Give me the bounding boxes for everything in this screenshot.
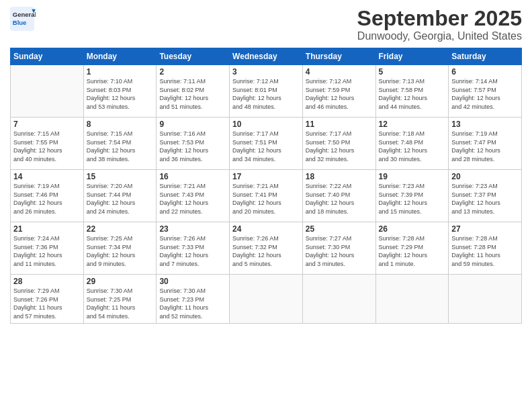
day-info: Sunrise: 7:22 AMSunset: 7:40 PMDaylight:…	[306, 183, 355, 215]
day-number: 18	[306, 172, 373, 181]
calendar-cell: 30Sunrise: 7:30 AMSunset: 7:23 PMDayligh…	[157, 275, 230, 323]
day-info: Sunrise: 7:17 AMSunset: 7:51 PMDaylight:…	[232, 130, 281, 163]
calendar-cell: 14Sunrise: 7:19 AMSunset: 7:46 PMDayligh…	[11, 170, 84, 222]
day-info: Sunrise: 7:23 AMSunset: 7:39 PMDaylight:…	[379, 183, 428, 215]
calendar-cell	[230, 275, 303, 323]
day-info: Sunrise: 7:11 AMSunset: 8:02 PMDaylight:…	[159, 78, 208, 110]
day-info: Sunrise: 7:15 AMSunset: 7:54 PMDaylight:…	[87, 130, 136, 163]
day-number: 16	[159, 172, 226, 181]
day-number: 17	[232, 172, 300, 181]
day-number: 8	[87, 120, 154, 129]
day-number: 5	[379, 67, 446, 77]
header-sunday: Sunday	[11, 48, 84, 65]
day-number: 15	[87, 172, 154, 181]
day-info: Sunrise: 7:19 AMSunset: 7:46 PMDaylight:…	[13, 183, 62, 215]
day-info: Sunrise: 7:21 AMSunset: 7:43 PMDaylight:…	[159, 183, 208, 215]
day-info: Sunrise: 7:21 AMSunset: 7:41 PMDaylight:…	[232, 183, 281, 215]
day-info: Sunrise: 7:25 AMSunset: 7:34 PMDaylight:…	[87, 235, 136, 267]
day-number: 6	[451, 67, 519, 77]
header-thursday: Thursday	[302, 48, 375, 65]
calendar-cell: 29Sunrise: 7:30 AMSunset: 7:25 PMDayligh…	[83, 275, 157, 323]
day-number: 30	[159, 277, 226, 286]
weekday-header-row: Sunday Monday Tuesday Wednesday Thursday…	[11, 48, 522, 65]
calendar-cell: 13Sunrise: 7:19 AMSunset: 7:47 PMDayligh…	[449, 118, 522, 170]
day-info: Sunrise: 7:19 AMSunset: 7:47 PMDaylight:…	[451, 130, 500, 163]
header: General Blue September 2025 Dunwoody, Ge…	[10, 7, 522, 42]
calendar-cell: 4Sunrise: 7:12 AMSunset: 7:59 PMDaylight…	[302, 65, 375, 118]
day-info: Sunrise: 7:24 AMSunset: 7:36 PMDaylight:…	[13, 235, 62, 267]
calendar-cell: 7Sunrise: 7:15 AMSunset: 7:55 PMDaylight…	[11, 118, 84, 170]
day-info: Sunrise: 7:28 AMSunset: 7:29 PMDaylight:…	[379, 235, 428, 267]
calendar-cell: 22Sunrise: 7:25 AMSunset: 7:34 PMDayligh…	[83, 222, 157, 275]
calendar-cell: 3Sunrise: 7:12 AMSunset: 8:01 PMDaylight…	[230, 65, 303, 118]
header-wednesday: Wednesday	[230, 48, 303, 65]
calendar-cell: 25Sunrise: 7:27 AMSunset: 7:30 PMDayligh…	[302, 222, 375, 275]
header-monday: Monday	[83, 48, 157, 65]
calendar-cell: 15Sunrise: 7:20 AMSunset: 7:44 PMDayligh…	[83, 170, 157, 222]
day-number: 21	[13, 224, 81, 234]
svg-text:General: General	[13, 11, 36, 18]
day-number: 25	[306, 224, 373, 234]
day-info: Sunrise: 7:15 AMSunset: 7:55 PMDaylight:…	[13, 130, 62, 163]
day-number: 11	[306, 120, 373, 129]
day-number: 9	[159, 120, 226, 129]
day-info: Sunrise: 7:20 AMSunset: 7:44 PMDaylight:…	[87, 183, 136, 215]
calendar-cell	[449, 275, 522, 323]
day-number: 29	[87, 277, 154, 286]
day-number: 10	[232, 120, 300, 129]
day-info: Sunrise: 7:29 AMSunset: 7:26 PMDaylight:…	[13, 287, 62, 320]
calendar-cell: 2Sunrise: 7:11 AMSunset: 8:02 PMDaylight…	[157, 65, 230, 118]
svg-text:Blue: Blue	[13, 19, 27, 26]
calendar-cell: 23Sunrise: 7:26 AMSunset: 7:33 PMDayligh…	[157, 222, 230, 275]
calendar-cell: 21Sunrise: 7:24 AMSunset: 7:36 PMDayligh…	[11, 222, 84, 275]
day-info: Sunrise: 7:26 AMSunset: 7:32 PMDaylight:…	[232, 235, 281, 267]
calendar-cell: 8Sunrise: 7:15 AMSunset: 7:54 PMDaylight…	[83, 118, 157, 170]
calendar-cell: 11Sunrise: 7:17 AMSunset: 7:50 PMDayligh…	[302, 118, 375, 170]
day-info: Sunrise: 7:10 AMSunset: 8:03 PMDaylight:…	[87, 78, 136, 110]
day-number: 14	[13, 172, 81, 181]
calendar-cell: 26Sunrise: 7:28 AMSunset: 7:29 PMDayligh…	[375, 222, 449, 275]
day-info: Sunrise: 7:12 AMSunset: 7:59 PMDaylight:…	[306, 78, 355, 110]
calendar-cell: 24Sunrise: 7:26 AMSunset: 7:32 PMDayligh…	[230, 222, 303, 275]
calendar-cell: 12Sunrise: 7:18 AMSunset: 7:48 PMDayligh…	[375, 118, 449, 170]
title-block: September 2025 Dunwoody, Georgia, United…	[357, 7, 522, 42]
day-number: 24	[232, 224, 300, 234]
calendar-cell: 18Sunrise: 7:22 AMSunset: 7:40 PMDayligh…	[302, 170, 375, 222]
day-number: 2	[159, 67, 226, 77]
day-info: Sunrise: 7:13 AMSunset: 7:58 PMDaylight:…	[379, 78, 428, 110]
calendar-cell	[11, 65, 84, 118]
logo-icon: General Blue	[10, 7, 36, 32]
calendar-cell: 16Sunrise: 7:21 AMSunset: 7:43 PMDayligh…	[157, 170, 230, 222]
calendar-cell: 9Sunrise: 7:16 AMSunset: 7:53 PMDaylight…	[157, 118, 230, 170]
calendar-cell: 10Sunrise: 7:17 AMSunset: 7:51 PMDayligh…	[230, 118, 303, 170]
day-number: 20	[451, 172, 519, 181]
logo: General Blue	[10, 7, 36, 32]
day-number: 22	[87, 224, 154, 234]
day-info: Sunrise: 7:23 AMSunset: 7:37 PMDaylight:…	[451, 183, 500, 215]
calendar-cell: 6Sunrise: 7:14 AMSunset: 7:57 PMDaylight…	[449, 65, 522, 118]
calendar-table: Sunday Monday Tuesday Wednesday Thursday…	[10, 48, 522, 323]
day-info: Sunrise: 7:26 AMSunset: 7:33 PMDaylight:…	[159, 235, 208, 267]
day-number: 26	[379, 224, 446, 234]
calendar-cell: 1Sunrise: 7:10 AMSunset: 8:03 PMDaylight…	[83, 65, 157, 118]
location-title: Dunwoody, Georgia, United States	[357, 30, 522, 42]
day-number: 1	[87, 67, 154, 77]
day-number: 19	[379, 172, 446, 181]
day-number: 28	[13, 277, 81, 286]
calendar-cell: 19Sunrise: 7:23 AMSunset: 7:39 PMDayligh…	[375, 170, 449, 222]
header-tuesday: Tuesday	[157, 48, 230, 65]
day-number: 27	[451, 224, 519, 234]
calendar-cell: 5Sunrise: 7:13 AMSunset: 7:58 PMDaylight…	[375, 65, 449, 118]
calendar-cell: 20Sunrise: 7:23 AMSunset: 7:37 PMDayligh…	[449, 170, 522, 222]
header-friday: Friday	[375, 48, 449, 65]
day-info: Sunrise: 7:30 AMSunset: 7:23 PMDaylight:…	[159, 287, 208, 320]
header-saturday: Saturday	[449, 48, 522, 65]
calendar-cell	[302, 275, 375, 323]
day-number: 3	[232, 67, 300, 77]
day-number: 7	[13, 120, 81, 129]
calendar-cell	[375, 275, 449, 323]
day-info: Sunrise: 7:28 AMSunset: 7:28 PMDaylight:…	[451, 235, 500, 267]
day-number: 12	[379, 120, 446, 129]
calendar-cell: 28Sunrise: 7:29 AMSunset: 7:26 PMDayligh…	[11, 275, 84, 323]
day-info: Sunrise: 7:16 AMSunset: 7:53 PMDaylight:…	[159, 130, 208, 163]
